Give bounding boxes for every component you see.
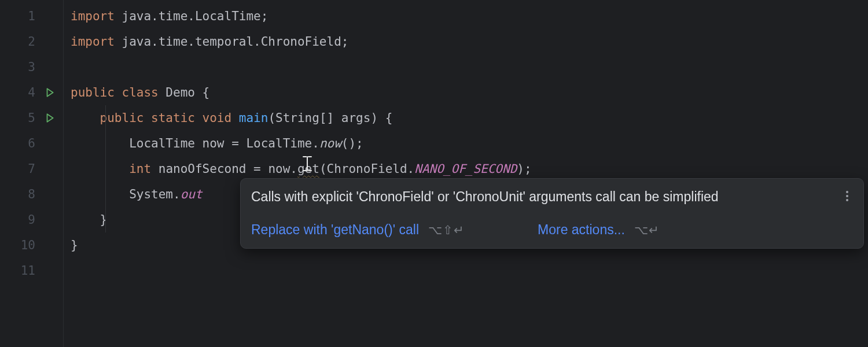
inspection-tooltip: Calls with explicit 'ChronoField' or 'Ch… xyxy=(240,178,864,249)
code-text: nanoOfSecond = now. xyxy=(151,162,297,176)
static-field: out xyxy=(181,187,203,201)
gutter: 1 2 3 4 5 6 7 8 9 10 11 xyxy=(0,0,64,347)
line-number: 5 xyxy=(28,111,35,125)
code-text: java.time.temporal.ChronoField; xyxy=(115,35,349,49)
code-text: (); xyxy=(341,136,363,150)
code-text: (ChronoField. xyxy=(319,162,414,176)
brace: } xyxy=(71,238,78,252)
method-name: main xyxy=(239,111,269,125)
line-number: 11 xyxy=(21,264,35,278)
code-line xyxy=(71,258,868,283)
keyword: public static void xyxy=(100,111,232,125)
brace: } xyxy=(100,213,108,227)
code-editor: 1 2 3 4 5 6 7 8 9 10 11 import java.time… xyxy=(0,0,868,347)
code-text: (String[] args) { xyxy=(268,111,392,125)
warning-highlight[interactable]: get xyxy=(297,162,319,176)
line-number: 9 xyxy=(28,213,35,227)
code-line: public static void main(String[] args) { xyxy=(71,105,868,131)
run-method-icon[interactable] xyxy=(43,112,56,124)
code-text: Demo { xyxy=(159,86,210,99)
keyword: int xyxy=(129,162,151,176)
static-method: now xyxy=(319,136,341,150)
code-line xyxy=(71,54,868,80)
static-field: NANO_OF_SECOND xyxy=(414,162,517,176)
shortcut-hint: ⌥⇧↵ xyxy=(428,223,465,237)
line-number: 1 xyxy=(28,9,35,23)
more-actions-link[interactable]: More actions... xyxy=(538,222,625,238)
code-line: LocalTime now = LocalTime.now(); xyxy=(71,131,868,156)
code-line: import java.time.LocalTime; xyxy=(71,3,868,29)
code-text: java.time.LocalTime; xyxy=(115,9,269,23)
line-number: 8 xyxy=(28,187,35,201)
line-number: 10 xyxy=(21,238,35,252)
tooltip-message: Calls with explicit 'ChronoField' or 'Ch… xyxy=(251,188,719,206)
line-number: 4 xyxy=(28,86,35,99)
keyword: import xyxy=(71,35,115,49)
more-vert-icon[interactable] xyxy=(841,189,853,203)
code-line: public class Demo { xyxy=(71,80,868,105)
code-text: System. xyxy=(129,187,181,201)
replace-action-link[interactable]: Replace with 'getNano()' call xyxy=(251,222,419,238)
code-text: ); xyxy=(517,162,531,176)
tooltip-actions: Replace with 'getNano()' call ⌥⇧↵ More a… xyxy=(251,222,853,238)
keyword: import xyxy=(71,9,115,23)
keyword: public class xyxy=(71,86,159,99)
line-number: 6 xyxy=(28,136,35,150)
line-number: 7 xyxy=(28,162,35,176)
run-class-icon[interactable] xyxy=(43,86,56,99)
code-area[interactable]: import java.time.LocalTime; import java.… xyxy=(64,0,868,347)
shortcut-hint: ⌥↵ xyxy=(634,223,660,237)
code-line: import java.time.temporal.ChronoField; xyxy=(71,29,868,54)
code-text: LocalTime now = LocalTime. xyxy=(129,136,319,150)
line-number: 3 xyxy=(28,60,35,74)
line-number: 2 xyxy=(28,35,35,49)
